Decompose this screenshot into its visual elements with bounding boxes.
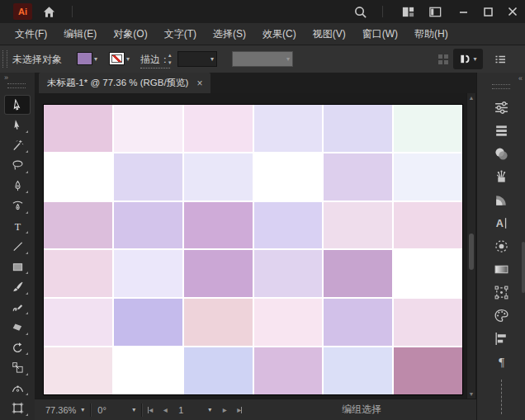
- lasso-tool[interactable]: [5, 157, 30, 175]
- grid-cell-r3c5[interactable]: [324, 202, 392, 249]
- previous-artboard-icon[interactable]: ◂: [158, 399, 173, 420]
- menu-item-4[interactable]: 选择(S): [205, 23, 254, 45]
- grid-cell-r6c1[interactable]: [44, 347, 112, 394]
- rotation-dropdown[interactable]: 0° ▾: [92, 399, 141, 420]
- stroke-color-swatch[interactable]: [109, 52, 125, 65]
- grid-cell-r5c1[interactable]: [44, 299, 112, 346]
- stroke-weight-dropdown[interactable]: ▾: [177, 51, 217, 67]
- fill-color-swatch[interactable]: [77, 52, 92, 65]
- direct-selection-tool[interactable]: [5, 116, 30, 134]
- panel-grip[interactable]: [2, 50, 7, 68]
- grid-cell-r5c6[interactable]: [394, 299, 462, 346]
- eraser-tool[interactable]: [5, 319, 30, 337]
- color-palette-icon[interactable]: [488, 304, 516, 327]
- curvature-tool[interactable]: [5, 197, 30, 215]
- grid-cell-r2c6[interactable]: [394, 153, 462, 201]
- menu-item-5[interactable]: 效果(C): [254, 23, 305, 45]
- grid-cell-r4c6[interactable]: [394, 250, 462, 297]
- scale-tool[interactable]: [5, 359, 30, 377]
- tools-expand-icon[interactable]: »: [4, 73, 7, 82]
- fill-dropdown-chevron-icon[interactable]: ▾: [94, 55, 97, 63]
- menu-item-8[interactable]: 帮助(H): [406, 23, 456, 45]
- gradient-fan-icon[interactable]: [488, 188, 516, 211]
- dock-scrollbar-thumb[interactable]: [522, 242, 525, 293]
- magic-wand-tool[interactable]: [5, 136, 30, 154]
- workspace-switcher-icon[interactable]: [428, 4, 442, 19]
- grid-cell-r6c5[interactable]: [324, 347, 392, 394]
- grid-cell-r4c5[interactable]: [324, 250, 392, 297]
- artboard-tool[interactable]: [5, 399, 30, 418]
- transparency-icon[interactable]: [488, 142, 516, 165]
- document-tab[interactable]: 未标题-1* @ 77.36 % (RGB/预览) ×: [39, 73, 210, 93]
- grid-cell-r4c4[interactable]: [254, 250, 323, 297]
- grid-cell-r2c1[interactable]: [44, 153, 112, 201]
- search-icon[interactable]: [352, 4, 367, 19]
- arrange-documents-button[interactable]: ▾: [453, 49, 483, 69]
- layers-icon[interactable]: [488, 119, 516, 142]
- last-artboard-icon[interactable]: ▸: [232, 399, 247, 420]
- grid-icon[interactable]: [435, 51, 452, 68]
- grid-cell-r3c4[interactable]: [254, 202, 323, 249]
- grid-cell-r2c3[interactable]: [184, 153, 253, 201]
- canvas-pasteboard[interactable]: [35, 93, 466, 399]
- grid-cell-r5c2[interactable]: [114, 299, 182, 346]
- grid-cell-r1c2[interactable]: [114, 105, 182, 152]
- close-icon[interactable]: [500, 0, 525, 23]
- paintbrush-tool[interactable]: [5, 278, 30, 296]
- width-tool[interactable]: [5, 379, 30, 397]
- stroke-weight-stepper[interactable]: ▴▾: [168, 51, 172, 66]
- properties-icon[interactable]: [488, 96, 516, 119]
- grid-cell-r3c2[interactable]: [114, 202, 182, 249]
- type-tool[interactable]: T: [5, 217, 30, 235]
- vertical-scrollbar-thumb[interactable]: [469, 234, 474, 270]
- artboard-number-dropdown[interactable]: 1 ▾: [173, 399, 217, 420]
- pencil-tool[interactable]: [5, 298, 30, 316]
- menu-item-3[interactable]: 文字(T): [156, 23, 205, 45]
- first-artboard-icon[interactable]: ◂: [143, 399, 158, 420]
- minimize-icon[interactable]: [451, 0, 475, 23]
- menu-item-0[interactable]: 文件(F): [7, 23, 55, 45]
- menu-item-6[interactable]: 视图(V): [305, 23, 354, 45]
- menu-item-7[interactable]: 窗口(W): [354, 23, 406, 45]
- scroll-up-icon[interactable]: ▲: [467, 95, 475, 101]
- tools-grip[interactable]: [7, 83, 26, 88]
- grid-cell-r5c3[interactable]: [184, 299, 253, 346]
- dock-collapse-icon[interactable]: «: [518, 74, 522, 83]
- grid-cell-r5c4[interactable]: [254, 299, 323, 346]
- grid-cell-r4c3[interactable]: [184, 250, 253, 297]
- grid-cell-r2c2[interactable]: [114, 153, 182, 201]
- dock-grip[interactable]: [492, 84, 510, 89]
- pen-tool[interactable]: [5, 177, 30, 195]
- dashed-circle-icon[interactable]: [488, 234, 516, 257]
- brushes-icon[interactable]: [488, 165, 516, 188]
- grid-cell-r4c1[interactable]: [44, 250, 112, 297]
- grid-cell-r3c1[interactable]: [44, 202, 112, 249]
- grid-cell-r1c3[interactable]: [184, 105, 253, 152]
- rotate-tool[interactable]: [5, 338, 30, 356]
- grid-cell-r1c1[interactable]: [44, 105, 112, 152]
- grid-cell-r3c3[interactable]: [184, 202, 253, 249]
- grid-cell-r6c4[interactable]: [254, 347, 323, 394]
- grid-cell-r6c2[interactable]: [114, 347, 182, 394]
- panel-list-icon[interactable]: [492, 51, 508, 68]
- line-segment-tool[interactable]: [5, 238, 30, 256]
- grid-cell-r1c5[interactable]: [324, 105, 392, 152]
- tab-close-icon[interactable]: ×: [196, 78, 202, 89]
- grid-cell-r3c6[interactable]: [394, 202, 462, 249]
- artboard[interactable]: [44, 105, 462, 394]
- scroll-down-icon[interactable]: ▼: [467, 391, 475, 397]
- rectangle-tool[interactable]: [5, 257, 30, 276]
- maximize-icon[interactable]: [475, 0, 500, 23]
- grid-cell-r5c5[interactable]: [324, 299, 392, 346]
- grid-cell-r2c5[interactable]: [324, 153, 392, 201]
- next-artboard-icon[interactable]: ▸: [217, 399, 232, 420]
- grid-cell-r2c4[interactable]: [254, 153, 323, 201]
- character-icon[interactable]: A: [488, 211, 516, 234]
- home-icon[interactable]: [41, 4, 56, 19]
- gradient-icon[interactable]: [488, 257, 516, 281]
- zoom-level-dropdown[interactable]: 77.36% ▾: [40, 399, 90, 420]
- paragraph-icon[interactable]: ¶: [488, 350, 516, 373]
- grid-cell-r6c6[interactable]: [394, 347, 462, 394]
- stroke-dropdown-chevron-icon[interactable]: ▾: [126, 55, 130, 63]
- stroke-weight-label[interactable]: 描边：: [140, 53, 170, 68]
